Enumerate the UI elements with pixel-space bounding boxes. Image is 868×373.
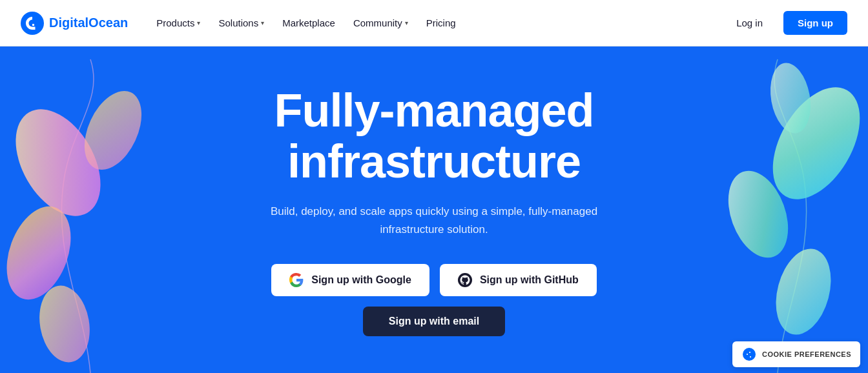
signup-google-button[interactable]: Sign up with Google: [271, 264, 429, 296]
nav-marketplace[interactable]: Marketplace: [274, 12, 343, 34]
svg-point-5: [0, 197, 83, 308]
chevron-down-icon: ▾: [261, 19, 264, 26]
svg-point-13: [743, 348, 756, 361]
svg-rect-3: [32, 24, 34, 26]
hero-section: Fully-managed infrastructure Build, depl…: [0, 46, 868, 373]
svg-point-4: [0, 95, 118, 231]
nav-pricing[interactable]: Pricing: [418, 12, 464, 34]
plant-left-decoration: [0, 46, 181, 373]
signup-email-button[interactable]: Sign up with email: [363, 307, 505, 336]
svg-point-11: [765, 60, 816, 137]
login-button[interactable]: Log in: [723, 12, 776, 34]
nav-solutions[interactable]: Solutions ▾: [211, 12, 272, 34]
nav-links: Products ▾ Solutions ▾ Marketplace Commu…: [149, 12, 723, 34]
logo-text: DigitalOcean: [49, 15, 128, 30]
hero-content: Fully-managed infrastructure Build, depl…: [214, 46, 654, 373]
nav-actions: Log in Sign up: [723, 11, 847, 35]
svg-rect-2: [30, 26, 32, 29]
plant-right-decoration: [687, 46, 868, 373]
chevron-down-icon: ▾: [197, 19, 200, 26]
svg-point-6: [34, 281, 96, 366]
cookie-label: Cookie Preferences: [762, 350, 851, 358]
svg-rect-1: [32, 26, 36, 30]
svg-point-0: [21, 12, 44, 35]
hero-subtitle: Build, deploy, and scale apps quickly us…: [253, 203, 615, 237]
svg-point-7: [73, 82, 153, 179]
nav-community[interactable]: Community ▾: [346, 12, 416, 34]
chevron-down-icon: ▾: [405, 19, 408, 26]
signup-button[interactable]: Sign up: [783, 11, 847, 35]
hero-buttons: Sign up with Google Sign up with GitHub …: [227, 264, 641, 336]
hero-title: Fully-managed infrastructure: [227, 85, 641, 187]
github-icon: [458, 273, 472, 287]
svg-point-8: [755, 72, 868, 214]
cookie-icon: [741, 347, 757, 362]
signup-github-button[interactable]: Sign up with GitHub: [440, 264, 597, 296]
svg-point-10: [767, 243, 840, 341]
svg-point-12: [458, 273, 472, 287]
svg-point-9: [718, 163, 800, 266]
nav-products[interactable]: Products ▾: [149, 12, 208, 34]
google-icon: [289, 273, 304, 287]
logo[interactable]: DigitalOcean: [21, 12, 128, 35]
cookie-preferences-bar[interactable]: Cookie Preferences: [732, 341, 860, 367]
navbar: DigitalOcean Products ▾ Solutions ▾ Mark…: [0, 0, 868, 46]
